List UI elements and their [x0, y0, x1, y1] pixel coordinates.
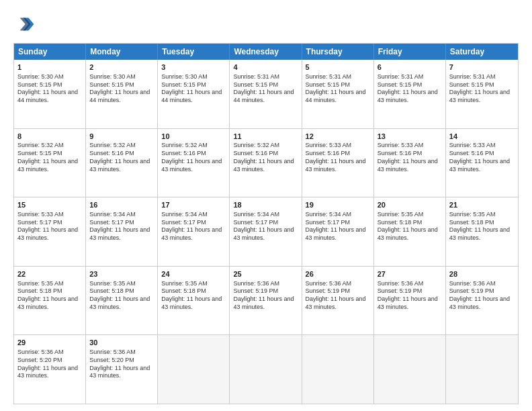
header-day-wednesday: Wednesday	[230, 44, 302, 60]
calendar-cell: 3 Sunrise: 5:30 AM Sunset: 5:15 PM Dayli…	[158, 60, 230, 128]
day-number: 1	[17, 62, 82, 73]
cell-info: Sunrise: 5:36 AM Sunset: 5:20 PM Dayligh…	[89, 349, 154, 380]
day-number: 23	[89, 269, 154, 279]
cell-info: Sunrise: 5:36 AM Sunset: 5:20 PM Dayligh…	[17, 349, 82, 380]
calendar-cell: 21 Sunrise: 5:35 AM Sunset: 5:18 PM Dayl…	[446, 197, 518, 266]
cell-info: Sunrise: 5:30 AM Sunset: 5:15 PM Dayligh…	[89, 73, 154, 105]
calendar-header: SundayMondayTuesdayWednesdayThursdayFrid…	[14, 44, 518, 60]
day-number: 17	[161, 200, 226, 210]
calendar-cell: 2 Sunrise: 5:30 AM Sunset: 5:15 PM Dayli…	[86, 60, 158, 128]
day-number: 15	[17, 200, 82, 210]
calendar-cell: 14 Sunrise: 5:33 AM Sunset: 5:16 PM Dayl…	[446, 129, 518, 197]
calendar-cell: 20 Sunrise: 5:35 AM Sunset: 5:18 PM Dayl…	[374, 197, 446, 266]
day-number: 19	[306, 200, 370, 210]
calendar-row-4: 29 Sunrise: 5:36 AM Sunset: 5:20 PM Dayl…	[14, 334, 518, 404]
cell-info: Sunrise: 5:31 AM Sunset: 5:15 PM Dayligh…	[449, 73, 515, 105]
day-number: 11	[233, 132, 298, 142]
calendar-cell: 7 Sunrise: 5:31 AM Sunset: 5:15 PM Dayli…	[446, 60, 518, 128]
cell-info: Sunrise: 5:34 AM Sunset: 5:17 PM Dayligh…	[89, 211, 154, 242]
calendar-cell: 28 Sunrise: 5:36 AM Sunset: 5:19 PM Dayl…	[446, 267, 518, 335]
calendar-body: 1 Sunrise: 5:30 AM Sunset: 5:15 PM Dayli…	[14, 60, 518, 404]
day-number: 22	[17, 269, 82, 279]
cell-info: Sunrise: 5:32 AM Sunset: 5:15 PM Dayligh…	[17, 142, 82, 173]
calendar-cell: 5 Sunrise: 5:31 AM Sunset: 5:15 PM Dayli…	[302, 60, 374, 128]
calendar-cell: 29 Sunrise: 5:36 AM Sunset: 5:20 PM Dayl…	[14, 335, 86, 404]
day-number: 29	[17, 338, 82, 348]
calendar-cell: 26 Sunrise: 5:36 AM Sunset: 5:19 PM Dayl…	[302, 267, 374, 335]
cell-info: Sunrise: 5:31 AM Sunset: 5:15 PM Dayligh…	[306, 73, 370, 105]
day-number: 21	[449, 200, 515, 210]
calendar-cell: 30 Sunrise: 5:36 AM Sunset: 5:20 PM Dayl…	[86, 335, 158, 404]
day-number: 16	[89, 200, 154, 210]
cell-info: Sunrise: 5:36 AM Sunset: 5:19 PM Dayligh…	[233, 280, 298, 312]
header	[13, 13, 519, 35]
calendar-cell: 6 Sunrise: 5:31 AM Sunset: 5:15 PM Dayli…	[374, 60, 446, 128]
calendar-cell: 19 Sunrise: 5:34 AM Sunset: 5:17 PM Dayl…	[302, 197, 374, 266]
calendar-cell: 9 Sunrise: 5:32 AM Sunset: 5:16 PM Dayli…	[86, 129, 158, 197]
day-number: 28	[449, 269, 515, 279]
header-day-friday: Friday	[374, 44, 446, 60]
page: SundayMondayTuesdayWednesdayThursdayFrid…	[0, 0, 532, 411]
day-number: 2	[89, 62, 154, 73]
calendar-cell	[158, 335, 230, 404]
day-number: 24	[161, 269, 226, 279]
calendar-row-2: 15 Sunrise: 5:33 AM Sunset: 5:17 PM Dayl…	[14, 197, 518, 266]
calendar-row-0: 1 Sunrise: 5:30 AM Sunset: 5:15 PM Dayli…	[14, 60, 518, 128]
day-number: 10	[161, 132, 226, 142]
day-number: 13	[378, 132, 442, 142]
cell-info: Sunrise: 5:31 AM Sunset: 5:15 PM Dayligh…	[233, 73, 298, 105]
calendar-cell: 13 Sunrise: 5:33 AM Sunset: 5:16 PM Dayl…	[374, 129, 446, 197]
day-number: 5	[306, 62, 370, 73]
day-number: 26	[306, 269, 370, 279]
day-number: 25	[233, 269, 298, 279]
header-day-saturday: Saturday	[446, 44, 518, 60]
calendar-cell: 8 Sunrise: 5:32 AM Sunset: 5:15 PM Dayli…	[14, 129, 86, 197]
cell-info: Sunrise: 5:36 AM Sunset: 5:19 PM Dayligh…	[378, 280, 442, 312]
calendar-cell	[446, 335, 518, 404]
day-number: 30	[89, 338, 154, 348]
day-number: 12	[306, 132, 370, 142]
calendar-cell: 15 Sunrise: 5:33 AM Sunset: 5:17 PM Dayl…	[14, 197, 86, 266]
cell-info: Sunrise: 5:33 AM Sunset: 5:16 PM Dayligh…	[449, 142, 515, 173]
day-number: 7	[449, 62, 515, 73]
cell-info: Sunrise: 5:33 AM Sunset: 5:16 PM Dayligh…	[306, 142, 370, 173]
calendar-cell: 4 Sunrise: 5:31 AM Sunset: 5:15 PM Dayli…	[230, 60, 302, 128]
cell-info: Sunrise: 5:35 AM Sunset: 5:18 PM Dayligh…	[378, 211, 442, 242]
cell-info: Sunrise: 5:31 AM Sunset: 5:15 PM Dayligh…	[378, 73, 442, 105]
calendar-cell: 27 Sunrise: 5:36 AM Sunset: 5:19 PM Dayl…	[374, 267, 446, 335]
day-number: 4	[233, 62, 298, 73]
cell-info: Sunrise: 5:35 AM Sunset: 5:18 PM Dayligh…	[89, 280, 154, 312]
day-number: 9	[89, 132, 154, 142]
calendar-cell: 25 Sunrise: 5:36 AM Sunset: 5:19 PM Dayl…	[230, 267, 302, 335]
calendar-cell: 16 Sunrise: 5:34 AM Sunset: 5:17 PM Dayl…	[86, 197, 158, 266]
calendar-cell: 12 Sunrise: 5:33 AM Sunset: 5:16 PM Dayl…	[302, 129, 374, 197]
calendar-row-3: 22 Sunrise: 5:35 AM Sunset: 5:18 PM Dayl…	[14, 266, 518, 335]
calendar-cell	[230, 335, 302, 404]
cell-info: Sunrise: 5:35 AM Sunset: 5:18 PM Dayligh…	[161, 280, 226, 312]
logo	[13, 13, 36, 35]
header-day-monday: Monday	[86, 44, 158, 60]
calendar-row-1: 8 Sunrise: 5:32 AM Sunset: 5:15 PM Dayli…	[14, 128, 518, 197]
cell-info: Sunrise: 5:36 AM Sunset: 5:19 PM Dayligh…	[449, 280, 515, 312]
day-number: 27	[378, 269, 442, 279]
cell-info: Sunrise: 5:35 AM Sunset: 5:18 PM Dayligh…	[449, 211, 515, 242]
calendar-cell: 18 Sunrise: 5:34 AM Sunset: 5:17 PM Dayl…	[230, 197, 302, 266]
cell-info: Sunrise: 5:32 AM Sunset: 5:16 PM Dayligh…	[233, 142, 298, 173]
cell-info: Sunrise: 5:35 AM Sunset: 5:18 PM Dayligh…	[17, 280, 82, 312]
header-day-tuesday: Tuesday	[158, 44, 230, 60]
calendar: SundayMondayTuesdayWednesdayThursdayFrid…	[13, 43, 519, 404]
day-number: 3	[161, 62, 226, 73]
cell-info: Sunrise: 5:34 AM Sunset: 5:17 PM Dayligh…	[306, 211, 370, 242]
day-number: 6	[378, 62, 442, 73]
cell-info: Sunrise: 5:34 AM Sunset: 5:17 PM Dayligh…	[161, 211, 226, 242]
cell-info: Sunrise: 5:34 AM Sunset: 5:17 PM Dayligh…	[233, 211, 298, 242]
calendar-cell: 17 Sunrise: 5:34 AM Sunset: 5:17 PM Dayl…	[158, 197, 230, 266]
header-day-thursday: Thursday	[302, 44, 374, 60]
cell-info: Sunrise: 5:30 AM Sunset: 5:15 PM Dayligh…	[161, 73, 226, 105]
calendar-cell	[374, 335, 446, 404]
cell-info: Sunrise: 5:32 AM Sunset: 5:16 PM Dayligh…	[89, 142, 154, 173]
calendar-cell: 10 Sunrise: 5:32 AM Sunset: 5:16 PM Dayl…	[158, 129, 230, 197]
cell-info: Sunrise: 5:36 AM Sunset: 5:19 PM Dayligh…	[306, 280, 370, 312]
calendar-cell: 1 Sunrise: 5:30 AM Sunset: 5:15 PM Dayli…	[14, 60, 86, 128]
cell-info: Sunrise: 5:32 AM Sunset: 5:16 PM Dayligh…	[161, 142, 226, 173]
